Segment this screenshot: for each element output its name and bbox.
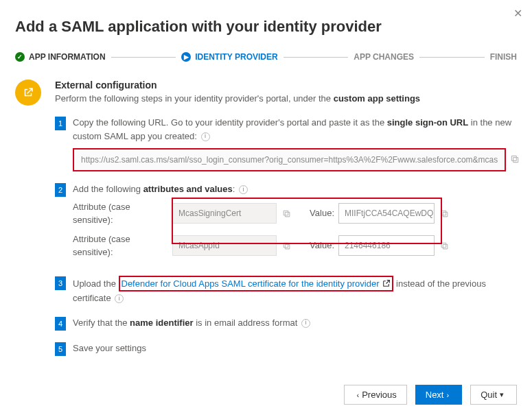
attribute-value-1[interactable]: MIIFtjCCA54CAQEwDQYJKoZI [338,203,435,224]
info-icon[interactable]: i [201,132,210,141]
chevron-left-icon: ‹ [357,391,360,399]
svg-rect-0 [513,158,518,163]
step-divider [111,57,176,58]
copy-icon[interactable] [510,154,521,165]
info-icon[interactable]: i [301,319,310,328]
certificate-download-link[interactable]: Defender for Cloud Apps SAML certificate… [119,276,394,292]
attribute-value-2[interactable]: 2146446186 [338,235,435,256]
instruction-step-1: 1 Copy the following URL. Go to your ide… [55,116,521,171]
sso-url-field[interactable]: https://us2.saml.cas.ms/saml/sso_login_c… [73,148,506,171]
step-label: APP INFORMATION [29,52,106,62]
info-icon[interactable]: i [115,294,124,303]
chevron-right-icon: › [446,391,449,399]
svg-rect-4 [443,212,448,217]
step-label: APP CHANGES [354,52,414,62]
step-app-information[interactable]: ✓ APP INFORMATION [15,52,106,62]
step-number: 5 [55,342,66,356]
section-heading: External configuration [55,80,521,91]
step-label: FINISH [490,52,517,62]
step-label: IDENTITY PROVIDER [195,52,277,62]
step-identity-provider[interactable]: ▶ IDENTITY PROVIDER [181,52,277,62]
instruction-step-2: 2 Add the following attributes and value… [55,182,521,265]
chevron-down-icon: ▾ [500,390,504,399]
info-icon[interactable]: i [239,185,248,194]
value-label: Value: [299,206,334,220]
step-number: 1 [55,117,66,130]
wizard-footer: ‹ Previous Next › Quit ▾ [344,385,518,405]
value-label: Value: [299,239,334,252]
wizard-stepper: ✓ APP INFORMATION ▶ IDENTITY PROVIDER AP… [15,52,517,62]
instruction-step-3: 3 Upload the Defender for Cloud Apps SAM… [55,276,521,305]
step-finish[interactable]: FINISH [490,52,517,62]
svg-rect-7 [284,243,288,248]
step-number: 2 [55,183,66,197]
copy-icon[interactable] [281,209,292,218]
quit-button[interactable]: Quit ▾ [470,385,517,405]
attribute-label: Attribute (case sensitive): [73,200,172,227]
external-link-icon [15,80,41,106]
step-divider [419,57,485,58]
page-title: Add a SAML application with your identit… [15,18,517,36]
attribute-name-1[interactable]: McasSigningCert [172,203,277,224]
section-description: Perform the following steps in your iden… [55,93,521,104]
previous-button[interactable]: ‹ Previous [344,385,407,405]
check-icon: ✓ [15,52,25,62]
instruction-step-4: 4 Verify that the name identifier is in … [55,316,521,331]
svg-rect-3 [284,211,288,215]
step-divider [284,57,349,58]
copy-icon[interactable] [439,209,450,218]
play-icon: ▶ [181,52,191,62]
close-icon[interactable]: ✕ [513,7,522,20]
svg-rect-5 [441,211,446,215]
svg-rect-2 [285,212,290,217]
svg-rect-9 [441,243,446,248]
step-number: 3 [55,276,66,290]
attribute-name-2[interactable]: McasAppId [172,235,277,256]
copy-icon[interactable] [439,241,450,250]
instruction-step-5: 5 Save your settings [55,342,521,356]
step-app-changes[interactable]: APP CHANGES [354,52,414,62]
svg-rect-8 [443,244,448,249]
copy-icon[interactable] [281,241,292,250]
step-number: 4 [55,317,66,331]
svg-rect-1 [512,156,517,160]
next-button[interactable]: Next › [415,385,462,405]
attribute-label: Attribute (case sensitive): [73,233,172,259]
svg-rect-6 [285,244,290,249]
